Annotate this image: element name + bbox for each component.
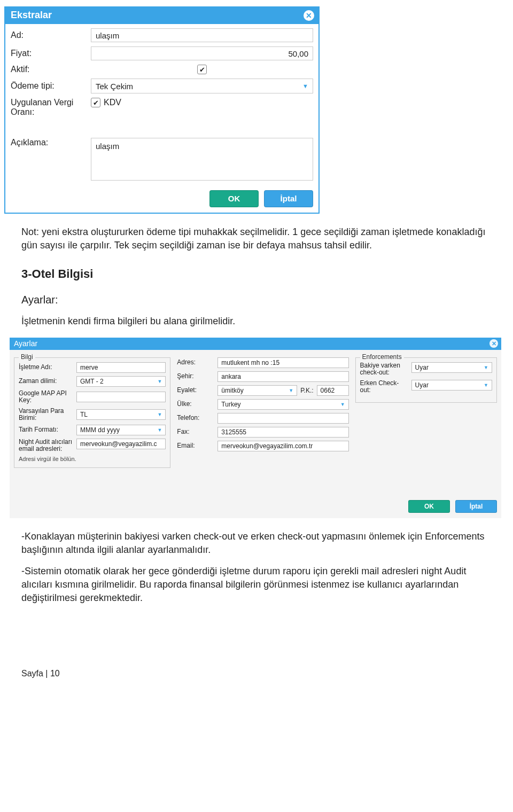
doc-note: Not: yeni ekstra oluştururken ödeme tipi… [21,225,492,252]
combo-bakiye-checkout[interactable]: Uyar ▼ [411,362,492,373]
close-icon[interactable]: ✕ [304,10,314,21]
doc-paragraph-1: İşletmenin kendi firma bilgileri bu alan… [21,315,492,328]
label-ad: Ad: [11,30,91,40]
combo-erken-checkout[interactable]: Uyar ▼ [411,380,492,391]
label-ulke: Ülke: [177,401,214,408]
doc-subheading: Ayarlar: [21,292,492,307]
chevron-down-icon: ▼ [289,388,293,393]
fieldset-enforcements: Enforcements Bakiye varken check-out: Uy… [355,357,497,403]
combo-para-birimi[interactable]: TL ▼ [76,409,166,420]
ayarlar-titlebar: Ayarlar ✕ [10,338,501,350]
input-fiyat[interactable]: 50,00 [91,46,313,60]
label-pk: P.K.: [300,387,313,394]
label-aciklama: Açıklama: [11,138,91,147]
input-ad[interactable]: ulaşım [91,28,313,42]
label-odeme-tipi: Ödeme tipi: [11,81,91,91]
label-vergi: Uygulanan Vergi Oranı: [11,98,91,118]
label-aktif: Aktif: [11,65,91,74]
ayarlar-dialog: Ayarlar ✕ Bilgi İşletme Adı: merve Zaman… [10,338,501,518]
input-adres[interactable]: mutlukent mh no :15 [217,357,348,368]
label-para-birimi: Varsayılan Para Birimi: [19,408,73,421]
input-night-audit[interactable]: merveokun@vegayazilim.c [76,439,166,449]
fieldset-bilgi: Bilgi İşletme Adı: merve Zaman dilimi: G… [14,357,170,468]
note-adres-virgul: Adresi virgül ile bölün. [19,456,166,462]
input-isletme-adi[interactable]: merve [76,362,166,373]
label-adres: Adres: [177,359,214,366]
checkbox-aktif[interactable]: ✔ [197,65,207,74]
combo-odeme-tipi[interactable]: Tek Çekim ▼ [91,79,313,93]
ekstralar-titlebar: Ekstralar ✕ [5,7,318,24]
chevron-down-icon: ▼ [340,402,345,407]
chevron-down-icon: ▼ [484,365,488,370]
ok-button[interactable]: OK [408,500,450,513]
chevron-down-icon: ▼ [157,412,162,417]
label-eyalet: Eyalet: [177,387,214,394]
label-telefon: Telefon: [177,415,214,422]
doc-paragraph-3: -Sistemin otomatik olarak her gece gönde… [21,565,492,605]
input-google-api[interactable] [76,392,166,402]
chevron-down-icon: ▼ [484,382,488,388]
ok-button[interactable]: OK [209,190,259,207]
input-telefon[interactable] [217,413,348,424]
close-icon[interactable]: ✕ [489,339,498,348]
label-email: Email: [177,442,214,450]
chevron-down-icon: ▼ [157,427,162,433]
ekstralar-body: Ad: ulaşım Fiyat: 50,00 Aktif: ✔ Ödeme t… [5,24,318,213]
label-isletme-adi: İşletme Adı: [19,364,73,371]
label-erken-checkout: Erken Check-out: [360,380,408,394]
combo-tarih-format[interactable]: MMM dd yyyy ▼ [76,425,166,435]
ayarlar-title: Ayarlar [14,339,37,348]
input-sehir[interactable]: ankara [217,371,348,382]
input-fax[interactable]: 3125555 [217,427,348,438]
label-night-audit: Night Audit alıcıları email adresleri: [19,439,73,452]
legend-bilgi: Bilgi [19,353,35,361]
page-footer: Sayfa | 10 [21,669,513,678]
combo-ulke[interactable]: Turkey ▼ [217,399,348,410]
doc-heading: 3-Otel Bilgisi [21,266,492,283]
label-zaman-dilimi: Zaman dilimi: [19,378,73,385]
label-fax: Fax: [177,428,214,436]
checkbox-kdv[interactable]: ✔ [91,98,100,107]
label-tarih-format: Tarih Formatı: [19,426,73,434]
label-google-api: Google MAP API Key: [19,390,73,404]
cancel-button[interactable]: İptal [455,500,497,513]
label-kdv: KDV [104,98,121,107]
label-sehir: Şehir: [177,373,214,380]
textarea-aciklama[interactable]: ulaşım [91,138,313,181]
combo-eyalet[interactable]: ümitköy ▼ [217,385,297,396]
label-bakiye-checkout: Bakiye varken check-out: [360,362,408,376]
ekstralar-dialog: Ekstralar ✕ Ad: ulaşım Fiyat: 50,00 Akti… [4,6,320,214]
ekstralar-title: Ekstralar [11,10,52,21]
label-fiyat: Fiyat: [11,49,91,58]
cancel-button[interactable]: İptal [264,190,313,207]
chevron-down-icon: ▼ [302,83,308,89]
input-pk[interactable]: 0662 [317,385,349,396]
legend-enforcements: Enforcements [360,353,404,361]
combo-zaman-dilimi[interactable]: GMT - 2 ▼ [76,376,166,387]
doc-paragraph-2: -Konaklayan müşterinin bakiyesi varken c… [21,530,492,557]
input-email[interactable]: merveokun@vegayazilim.com.tr [217,441,348,451]
chevron-down-icon: ▼ [157,379,162,384]
